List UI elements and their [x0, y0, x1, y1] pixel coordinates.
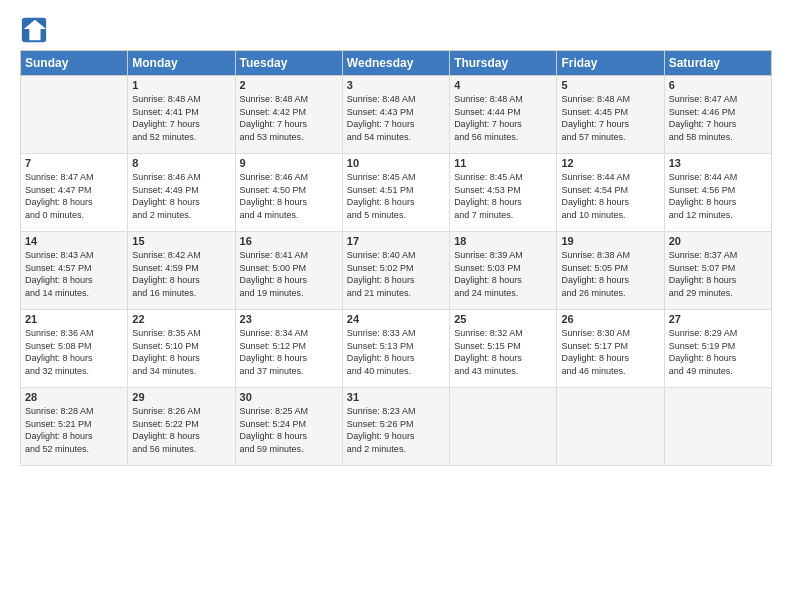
day-number: 16 — [240, 235, 338, 247]
day-content: Sunrise: 8:33 AM Sunset: 5:13 PM Dayligh… — [347, 327, 445, 377]
calendar-cell: 26Sunrise: 8:30 AM Sunset: 5:17 PM Dayli… — [557, 310, 664, 388]
day-number: 8 — [132, 157, 230, 169]
day-number: 20 — [669, 235, 767, 247]
day-number: 9 — [240, 157, 338, 169]
day-number: 18 — [454, 235, 552, 247]
day-content: Sunrise: 8:47 AM Sunset: 4:46 PM Dayligh… — [669, 93, 767, 143]
day-header: Friday — [557, 51, 664, 76]
day-number: 25 — [454, 313, 552, 325]
calendar-cell: 22Sunrise: 8:35 AM Sunset: 5:10 PM Dayli… — [128, 310, 235, 388]
day-header: Sunday — [21, 51, 128, 76]
day-content: Sunrise: 8:42 AM Sunset: 4:59 PM Dayligh… — [132, 249, 230, 299]
day-content: Sunrise: 8:46 AM Sunset: 4:50 PM Dayligh… — [240, 171, 338, 221]
calendar-cell: 21Sunrise: 8:36 AM Sunset: 5:08 PM Dayli… — [21, 310, 128, 388]
calendar-cell: 18Sunrise: 8:39 AM Sunset: 5:03 PM Dayli… — [450, 232, 557, 310]
calendar-cell: 5Sunrise: 8:48 AM Sunset: 4:45 PM Daylig… — [557, 76, 664, 154]
day-content: Sunrise: 8:47 AM Sunset: 4:47 PM Dayligh… — [25, 171, 123, 221]
calendar-cell: 30Sunrise: 8:25 AM Sunset: 5:24 PM Dayli… — [235, 388, 342, 466]
header-row: SundayMondayTuesdayWednesdayThursdayFrid… — [21, 51, 772, 76]
day-content: Sunrise: 8:45 AM Sunset: 4:51 PM Dayligh… — [347, 171, 445, 221]
day-content: Sunrise: 8:44 AM Sunset: 4:54 PM Dayligh… — [561, 171, 659, 221]
day-content: Sunrise: 8:25 AM Sunset: 5:24 PM Dayligh… — [240, 405, 338, 455]
day-header: Monday — [128, 51, 235, 76]
day-number: 12 — [561, 157, 659, 169]
logo-icon — [20, 16, 48, 44]
calendar-cell: 7Sunrise: 8:47 AM Sunset: 4:47 PM Daylig… — [21, 154, 128, 232]
day-content: Sunrise: 8:39 AM Sunset: 5:03 PM Dayligh… — [454, 249, 552, 299]
day-content: Sunrise: 8:37 AM Sunset: 5:07 PM Dayligh… — [669, 249, 767, 299]
day-content: Sunrise: 8:32 AM Sunset: 5:15 PM Dayligh… — [454, 327, 552, 377]
day-number: 29 — [132, 391, 230, 403]
day-number: 14 — [25, 235, 123, 247]
calendar-cell: 24Sunrise: 8:33 AM Sunset: 5:13 PM Dayli… — [342, 310, 449, 388]
calendar-week-row: 1Sunrise: 8:48 AM Sunset: 4:41 PM Daylig… — [21, 76, 772, 154]
day-number: 31 — [347, 391, 445, 403]
day-content: Sunrise: 8:43 AM Sunset: 4:57 PM Dayligh… — [25, 249, 123, 299]
day-content: Sunrise: 8:48 AM Sunset: 4:43 PM Dayligh… — [347, 93, 445, 143]
day-number: 22 — [132, 313, 230, 325]
calendar-cell: 28Sunrise: 8:28 AM Sunset: 5:21 PM Dayli… — [21, 388, 128, 466]
calendar-cell: 12Sunrise: 8:44 AM Sunset: 4:54 PM Dayli… — [557, 154, 664, 232]
calendar-week-row: 7Sunrise: 8:47 AM Sunset: 4:47 PM Daylig… — [21, 154, 772, 232]
day-content: Sunrise: 8:48 AM Sunset: 4:41 PM Dayligh… — [132, 93, 230, 143]
header — [20, 16, 772, 44]
day-content: Sunrise: 8:45 AM Sunset: 4:53 PM Dayligh… — [454, 171, 552, 221]
calendar-cell: 2Sunrise: 8:48 AM Sunset: 4:42 PM Daylig… — [235, 76, 342, 154]
day-number: 15 — [132, 235, 230, 247]
day-number: 23 — [240, 313, 338, 325]
day-content: Sunrise: 8:35 AM Sunset: 5:10 PM Dayligh… — [132, 327, 230, 377]
day-content: Sunrise: 8:23 AM Sunset: 5:26 PM Dayligh… — [347, 405, 445, 455]
day-number: 10 — [347, 157, 445, 169]
calendar-cell: 13Sunrise: 8:44 AM Sunset: 4:56 PM Dayli… — [664, 154, 771, 232]
day-number: 17 — [347, 235, 445, 247]
day-header: Tuesday — [235, 51, 342, 76]
day-number: 11 — [454, 157, 552, 169]
calendar-cell — [557, 388, 664, 466]
day-content: Sunrise: 8:48 AM Sunset: 4:45 PM Dayligh… — [561, 93, 659, 143]
calendar-cell: 20Sunrise: 8:37 AM Sunset: 5:07 PM Dayli… — [664, 232, 771, 310]
calendar-cell — [450, 388, 557, 466]
calendar-week-row: 21Sunrise: 8:36 AM Sunset: 5:08 PM Dayli… — [21, 310, 772, 388]
calendar-cell: 10Sunrise: 8:45 AM Sunset: 4:51 PM Dayli… — [342, 154, 449, 232]
day-number: 7 — [25, 157, 123, 169]
calendar-cell: 3Sunrise: 8:48 AM Sunset: 4:43 PM Daylig… — [342, 76, 449, 154]
day-content: Sunrise: 8:34 AM Sunset: 5:12 PM Dayligh… — [240, 327, 338, 377]
calendar-cell: 8Sunrise: 8:46 AM Sunset: 4:49 PM Daylig… — [128, 154, 235, 232]
day-header: Saturday — [664, 51, 771, 76]
calendar-cell: 17Sunrise: 8:40 AM Sunset: 5:02 PM Dayli… — [342, 232, 449, 310]
day-number: 24 — [347, 313, 445, 325]
day-number: 21 — [25, 313, 123, 325]
day-number: 26 — [561, 313, 659, 325]
day-content: Sunrise: 8:41 AM Sunset: 5:00 PM Dayligh… — [240, 249, 338, 299]
calendar-cell: 19Sunrise: 8:38 AM Sunset: 5:05 PM Dayli… — [557, 232, 664, 310]
calendar-cell: 25Sunrise: 8:32 AM Sunset: 5:15 PM Dayli… — [450, 310, 557, 388]
day-content: Sunrise: 8:26 AM Sunset: 5:22 PM Dayligh… — [132, 405, 230, 455]
calendar-table: SundayMondayTuesdayWednesdayThursdayFrid… — [20, 50, 772, 466]
calendar-week-row: 28Sunrise: 8:28 AM Sunset: 5:21 PM Dayli… — [21, 388, 772, 466]
calendar-cell: 1Sunrise: 8:48 AM Sunset: 4:41 PM Daylig… — [128, 76, 235, 154]
day-number: 27 — [669, 313, 767, 325]
day-header: Wednesday — [342, 51, 449, 76]
day-content: Sunrise: 8:48 AM Sunset: 4:44 PM Dayligh… — [454, 93, 552, 143]
day-number: 4 — [454, 79, 552, 91]
day-content: Sunrise: 8:44 AM Sunset: 4:56 PM Dayligh… — [669, 171, 767, 221]
calendar-cell: 31Sunrise: 8:23 AM Sunset: 5:26 PM Dayli… — [342, 388, 449, 466]
day-content: Sunrise: 8:29 AM Sunset: 5:19 PM Dayligh… — [669, 327, 767, 377]
calendar-cell: 15Sunrise: 8:42 AM Sunset: 4:59 PM Dayli… — [128, 232, 235, 310]
day-content: Sunrise: 8:36 AM Sunset: 5:08 PM Dayligh… — [25, 327, 123, 377]
day-content: Sunrise: 8:28 AM Sunset: 5:21 PM Dayligh… — [25, 405, 123, 455]
calendar-cell — [664, 388, 771, 466]
day-number: 2 — [240, 79, 338, 91]
day-number: 6 — [669, 79, 767, 91]
day-content: Sunrise: 8:30 AM Sunset: 5:17 PM Dayligh… — [561, 327, 659, 377]
calendar-cell — [21, 76, 128, 154]
calendar-cell: 9Sunrise: 8:46 AM Sunset: 4:50 PM Daylig… — [235, 154, 342, 232]
day-number: 13 — [669, 157, 767, 169]
calendar-cell: 29Sunrise: 8:26 AM Sunset: 5:22 PM Dayli… — [128, 388, 235, 466]
calendar-cell: 11Sunrise: 8:45 AM Sunset: 4:53 PM Dayli… — [450, 154, 557, 232]
logo — [20, 16, 52, 44]
day-number: 3 — [347, 79, 445, 91]
day-content: Sunrise: 8:48 AM Sunset: 4:42 PM Dayligh… — [240, 93, 338, 143]
calendar-cell: 6Sunrise: 8:47 AM Sunset: 4:46 PM Daylig… — [664, 76, 771, 154]
calendar-cell: 4Sunrise: 8:48 AM Sunset: 4:44 PM Daylig… — [450, 76, 557, 154]
